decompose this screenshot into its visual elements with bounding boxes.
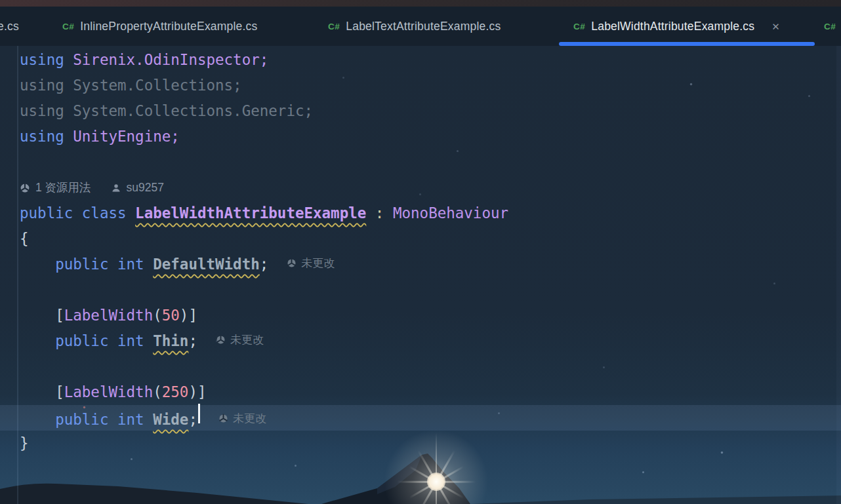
code-token-attribute: LabelWidth	[64, 383, 153, 400]
code-token-keyword: using	[20, 51, 73, 68]
blank-line	[0, 277, 841, 303]
code-token-plain	[20, 411, 55, 428]
window-top-strip	[0, 0, 841, 7]
code-token-colon: :	[375, 204, 384, 222]
tab-label-width-attribute-example[interactable]: C# LabelWidthAttributeExample.cs ✕	[573, 7, 780, 46]
code-token-plain: ]	[188, 307, 197, 324]
code-token-plain: ]	[197, 383, 207, 400]
unity-icon	[218, 414, 228, 423]
code-token-namespace: ;	[260, 51, 269, 68]
code-token-plain: [	[55, 307, 64, 324]
code-token-plain	[384, 204, 393, 222]
code-line: using UnityEngine;	[0, 124, 841, 149]
code-token-namespace: UnityEngine	[73, 128, 171, 145]
tab-label-text-attribute-example[interactable]: C# LabelTextAttributeExample.cs	[328, 7, 501, 46]
code-token-unused: using System.Collections;	[20, 77, 242, 94]
code-line: public int DefaultWidth;未更改	[0, 252, 841, 277]
code-token-plain: (	[153, 383, 162, 400]
unity-icon	[216, 335, 226, 345]
code-vision-hint[interactable]: 未更改	[218, 406, 266, 431]
usages-link[interactable]: 1 资源用法	[35, 175, 91, 201]
code-vision-hint[interactable]: 未更改	[287, 250, 335, 276]
hint-label: 未更改	[301, 250, 335, 276]
code-line: {	[0, 226, 841, 252]
blank-line	[0, 354, 841, 379]
code-line: using System.Collections.Generic;	[0, 98, 841, 124]
code-line: public int Thin;未更改	[0, 328, 841, 354]
code-token-keyword: public int	[55, 256, 153, 273]
code-token-field: Wide	[153, 411, 188, 428]
csharp-file-icon: C#	[62, 22, 74, 31]
code-token-keyword: public int	[55, 411, 153, 428]
code-line: using Sirenix.OdinInspector;	[0, 47, 841, 73]
code-line: using System.Collections;	[0, 73, 841, 98]
tab-partial-left[interactable]: e.cs	[0, 7, 19, 46]
code-line: [LabelWidth(250)]	[0, 379, 841, 405]
person-icon	[111, 183, 121, 193]
close-icon[interactable]: ✕	[771, 22, 780, 31]
code-editor[interactable]: using Sirenix.OdinInspector;using System…	[0, 46, 841, 504]
code-token-plain	[20, 332, 55, 349]
code-line: public int Wide;未更改	[0, 405, 841, 431]
code-token-field: DefaultWidth	[153, 256, 260, 273]
code-token-plain: {	[20, 230, 29, 247]
code-token-plain: ;	[188, 332, 197, 349]
code-token-number: 50	[162, 307, 180, 324]
text-caret	[198, 404, 200, 423]
code-token-number: 250	[162, 383, 189, 400]
code-token-field: Thin	[153, 332, 188, 349]
tab-label: LabelWidthAttributeExample.cs	[591, 20, 754, 33]
code-line: [LabelWidth(50)]	[0, 303, 841, 328]
code-token-keyword: public class	[20, 204, 135, 222]
code-token-namespace: Sirenix.OdinInspector	[73, 51, 259, 68]
tab-label: e.cs	[0, 20, 19, 33]
tab-label: LabelTextAttributeExample.cs	[346, 20, 501, 33]
code-token-plain	[366, 204, 375, 222]
vcs-author-link[interactable]: su9257	[127, 175, 164, 201]
code-token-plain: )	[180, 307, 189, 324]
code-token-class-name: LabelWidthAttributeExample	[135, 204, 366, 222]
ide-window: e.cs C# InlinePropertyAttributeExample.c…	[0, 0, 841, 504]
code-token-plain	[20, 383, 55, 400]
code-token-plain: ;	[260, 256, 269, 273]
code-token-plain: (	[153, 307, 162, 324]
code-token-namespace: MonoBehaviour	[393, 204, 508, 222]
tab-inline-property-attribute-example[interactable]: C# InlinePropertyAttributeExample.cs	[62, 7, 257, 46]
code-token-keyword: public int	[55, 332, 153, 349]
editor-tab-bar: e.cs C# InlinePropertyAttributeExample.c…	[0, 7, 841, 47]
tab-label: InlinePropertyAttributeExample.cs	[80, 20, 257, 33]
code-line: public class LabelWidthAttributeExample …	[0, 201, 841, 226]
csharp-file-icon: C#	[824, 22, 836, 31]
code-lines: using Sirenix.OdinInspector;using System…	[0, 47, 841, 456]
code-token-plain: [	[55, 383, 64, 400]
code-line: }	[0, 431, 841, 456]
code-token-keyword: using	[20, 128, 73, 145]
code-token-plain: ;	[188, 411, 197, 428]
unity-icon	[20, 183, 30, 193]
hint-label: 未更改	[230, 327, 264, 353]
code-token-namespace: ;	[171, 128, 180, 145]
code-vision-hint[interactable]: 未更改	[216, 327, 264, 353]
hint-label: 未更改	[233, 406, 266, 431]
code-token-attribute: LabelWidth	[64, 307, 153, 324]
code-token-unused: using System.Collections.Generic;	[20, 102, 313, 119]
code-token-plain: }	[20, 435, 29, 452]
code-vision-line: 1 资源用法su9257	[0, 175, 841, 201]
code-token-plain	[20, 307, 55, 324]
csharp-file-icon: C#	[328, 22, 340, 31]
blank-line	[0, 149, 841, 175]
csharp-file-icon: C#	[573, 22, 585, 31]
code-token-plain	[20, 256, 55, 273]
tab-partial-right[interactable]: C#	[824, 7, 836, 46]
wallpaper-stars	[0, 46, 1, 47]
code-token-plain: )	[188, 383, 197, 400]
unity-icon	[287, 258, 297, 268]
